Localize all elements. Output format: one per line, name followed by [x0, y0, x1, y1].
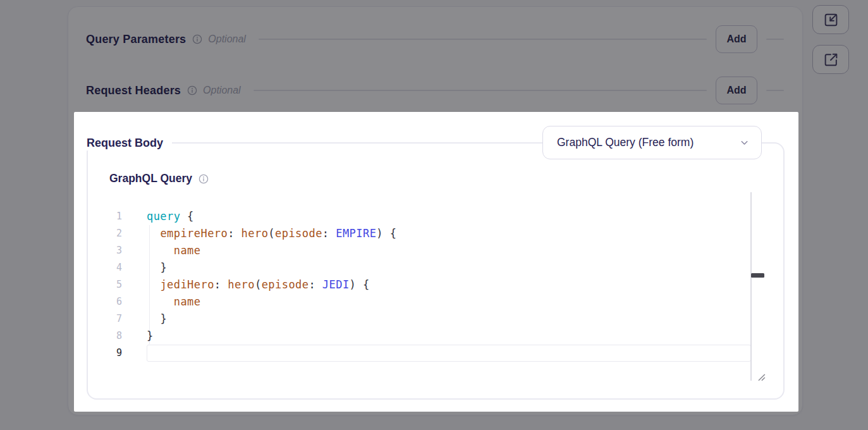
request-body-title: Request Body [87, 135, 172, 150]
code-line[interactable] [147, 345, 751, 362]
code-line[interactable]: query { [147, 208, 751, 225]
query-parameters-title: Query Parameters [86, 33, 186, 46]
optional-badge: Optional [203, 85, 241, 96]
code-line[interactable]: name [147, 242, 751, 259]
square-arrow-in-icon [823, 12, 839, 28]
body-type-select-value: GraphQL Query (Free form) [557, 136, 739, 149]
code-line[interactable]: empireHero: hero(episode: EMPIRE) { [147, 225, 751, 242]
line-number: 1 [106, 208, 122, 225]
editor-resize-handle[interactable] [751, 273, 764, 278]
line-number: 4 [106, 259, 122, 276]
line-number: 2 [106, 225, 122, 242]
resize-gripper-icon[interactable] [757, 372, 766, 381]
request-headers-row: Request Headers Optional Add [86, 77, 784, 104]
editor-resize-track [750, 192, 752, 381]
line-number: 3 [106, 242, 122, 259]
line-number: 5 [106, 276, 122, 293]
edit-request-button[interactable] [812, 5, 849, 34]
graphql-query-label: GraphQL Query [109, 172, 192, 185]
divider [259, 39, 707, 40]
code-line[interactable]: } [147, 328, 751, 345]
line-number: 9 [106, 345, 122, 362]
info-icon[interactable] [199, 174, 209, 184]
code-line[interactable]: name [147, 293, 751, 310]
info-icon[interactable] [187, 85, 197, 95]
app-root: Query Parameters Optional Add Request He… [0, 0, 868, 430]
code-line[interactable]: jediHero: hero(episode: JEDI) { [147, 276, 751, 293]
chevron-down-icon [739, 137, 750, 148]
graphql-query-label-row: GraphQL Query [109, 172, 209, 185]
divider [766, 39, 784, 40]
editor-gutter: 123456789 [106, 208, 122, 362]
divider [254, 90, 707, 91]
external-link-icon [823, 52, 839, 68]
body-type-select[interactable]: GraphQL Query (Free form) [542, 126, 762, 159]
line-number: 6 [106, 293, 122, 310]
line-number: 7 [106, 310, 122, 328]
optional-badge: Optional [208, 34, 246, 45]
request-body-panel: Request Body GraphQL Query (Free form) G… [87, 142, 785, 400]
query-parameters-row: Query Parameters Optional Add [86, 25, 784, 53]
add-request-header-button[interactable]: Add [716, 77, 757, 104]
editor-lines[interactable]: query { empireHero: hero(episode: EMPIRE… [147, 208, 751, 362]
add-query-parameter-button[interactable]: Add [716, 25, 757, 53]
open-external-button[interactable] [812, 45, 849, 74]
divider [766, 90, 784, 91]
line-number: 8 [106, 328, 122, 345]
info-icon[interactable] [192, 34, 202, 44]
code-line[interactable]: } [147, 259, 751, 276]
request-headers-title: Request Headers [86, 84, 181, 97]
code-line[interactable]: } [147, 310, 751, 328]
